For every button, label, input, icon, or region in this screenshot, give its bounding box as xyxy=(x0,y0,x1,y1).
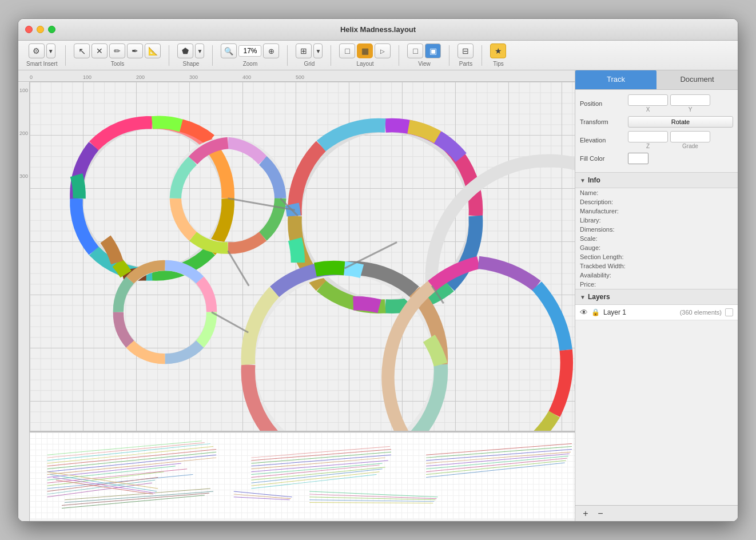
smart-insert-button[interactable]: ⚙ xyxy=(29,43,45,58)
info-library: Library: xyxy=(575,216,738,225)
grid-dropdown[interactable]: ▼ xyxy=(313,43,323,58)
layout-button[interactable]: ▦ xyxy=(357,43,373,58)
info-trackbed-width: Trackbed Width: xyxy=(575,261,738,271)
select-icon: ↖ xyxy=(78,46,86,57)
info-desc-label: Description: xyxy=(580,198,643,205)
position-inputs: X Y xyxy=(628,94,710,113)
ruler-marks-top: 0 100 200 300 400 500 xyxy=(30,74,575,80)
zoom-in-button[interactable]: ⊕ xyxy=(263,43,279,58)
maximize-button[interactable] xyxy=(48,26,55,33)
grid-icon: ⊞ xyxy=(300,46,307,55)
y-input[interactable] xyxy=(670,94,710,106)
info-tb-width-label: Trackbed Width: xyxy=(580,263,643,269)
rotate-button[interactable]: Rotate xyxy=(628,116,733,128)
fill-color-label: Fill Color xyxy=(580,155,626,162)
eyedropper-icon: ✏ xyxy=(114,46,121,55)
parts-icon: ⊟ xyxy=(462,46,469,55)
smart-insert-dropdown[interactable]: ▼ xyxy=(46,43,55,58)
info-header-label: Info xyxy=(588,176,600,184)
canvas-top[interactable] xyxy=(30,82,575,431)
tools-group: ↖ ✕ ✏ ✒ 📐 Tools xyxy=(70,43,164,67)
svg-line-55 xyxy=(309,497,435,500)
ruler-mark-400: 400 xyxy=(242,74,296,80)
svg-line-37 xyxy=(426,444,572,455)
parts-label: Parts xyxy=(459,61,472,67)
svg-line-38 xyxy=(426,447,572,458)
view-mode-button[interactable]: □ xyxy=(407,43,423,58)
layer-1-checkbox[interactable] xyxy=(725,308,733,316)
pen-tool-button[interactable]: ✒ xyxy=(127,43,143,58)
svg-line-51 xyxy=(234,494,291,499)
tools-label: Tools xyxy=(111,61,124,67)
main-area: 0 100 200 300 400 500 100 200 300 xyxy=(18,70,738,521)
svg-line-54 xyxy=(309,494,436,499)
smart-insert-icon: ⚙ xyxy=(33,46,40,55)
svg-line-56 xyxy=(309,500,434,502)
main-window: Helix Madness.layout ⚙ ▼ Smart Insert ↖ … xyxy=(18,18,738,522)
grade-input[interactable] xyxy=(670,131,710,142)
svg-line-30 xyxy=(251,463,382,475)
parts-button[interactable]: ⊟ xyxy=(457,43,474,58)
view-left-button[interactable]: □ xyxy=(339,43,355,58)
zoom-in-icon: ⊕ xyxy=(268,47,274,55)
svg-line-26 xyxy=(251,452,391,463)
ruler-mark-left-100: 100 xyxy=(19,88,28,93)
info-availability: Availability: xyxy=(575,271,738,280)
y-label: Y xyxy=(670,106,710,113)
layer-1-item[interactable]: 👁 🔒 Layer 1 (360 elements) xyxy=(575,305,738,320)
shape-dropdown[interactable]: ▼ xyxy=(195,43,204,58)
layers-triangle-icon: ▼ xyxy=(580,294,586,300)
remove-layer-button[interactable]: − xyxy=(595,508,606,519)
x-label: X xyxy=(628,106,668,113)
layout-label: Layout xyxy=(356,61,373,67)
info-section-header[interactable]: ▼ Info xyxy=(575,172,738,188)
canvas-main[interactable] xyxy=(30,82,575,521)
view-right-button[interactable]: ▷ xyxy=(375,43,391,58)
canvas-with-ruler: 100 200 300 xyxy=(18,82,575,521)
grade-label: Grade xyxy=(670,143,710,149)
close-button[interactable] xyxy=(25,26,33,33)
tips-button[interactable]: ★ xyxy=(490,43,506,58)
svg-line-39 xyxy=(426,449,572,460)
track-layout-svg xyxy=(30,82,575,431)
grid-button[interactable]: ⊞ xyxy=(296,43,312,58)
info-triangle-icon: ▼ xyxy=(580,177,586,184)
info-lib-label: Library: xyxy=(580,217,643,224)
tab-bar: Track Document xyxy=(575,70,738,90)
zoom-value[interactable]: 17% xyxy=(238,45,261,57)
fill-color-swatch[interactable] xyxy=(628,153,648,164)
z-input[interactable] xyxy=(628,131,668,142)
tab-document[interactable]: Document xyxy=(656,70,738,89)
x-input[interactable] xyxy=(628,94,668,106)
parts-group: ⊟ Parts xyxy=(454,43,477,67)
delete-tool-button[interactable]: ✕ xyxy=(91,43,108,58)
ruler-mark-300: 300 xyxy=(189,74,242,80)
transform-row: Transform Rotate xyxy=(580,116,733,128)
layers-section-header[interactable]: ▼ Layers xyxy=(575,289,738,305)
ruler-mark-100: 100 xyxy=(83,74,136,80)
grade-input-group: Grade xyxy=(670,131,710,149)
info-gauge-label: Gauge: xyxy=(580,244,643,251)
info-scale: Scale: xyxy=(575,234,738,243)
shape-button[interactable]: ⬟ xyxy=(177,43,193,58)
elevation-inputs: Z Grade xyxy=(628,131,710,149)
select-tool-button[interactable]: ↖ xyxy=(74,43,90,58)
sidebar: Track Document Position X Y xyxy=(575,70,738,521)
tips-group: ★ Tips xyxy=(487,43,510,67)
view-3d-button[interactable]: ▣ xyxy=(425,43,441,58)
add-layer-button[interactable]: + xyxy=(580,508,591,519)
ruler-tool-button[interactable]: 📐 xyxy=(145,43,161,58)
delete-icon: ✕ xyxy=(96,46,103,55)
ruler-mark-500: 500 xyxy=(296,74,349,80)
ruler-icon: 📐 xyxy=(148,46,158,55)
tab-track[interactable]: Track xyxy=(575,70,656,89)
info-name: Name: xyxy=(575,188,738,197)
zoom-out-button[interactable]: 🔍 xyxy=(221,43,237,58)
minimize-button[interactable] xyxy=(37,26,44,33)
view-group: □ ▣ View xyxy=(404,43,444,67)
info-gauge: Gauge: xyxy=(575,243,738,252)
info-rows: Name: Description: Manufacturer: Library… xyxy=(575,188,738,289)
info-sec-len-value xyxy=(643,253,733,260)
eyedropper-tool-button[interactable]: ✏ xyxy=(109,43,125,58)
position-row: Position X Y xyxy=(580,94,733,113)
